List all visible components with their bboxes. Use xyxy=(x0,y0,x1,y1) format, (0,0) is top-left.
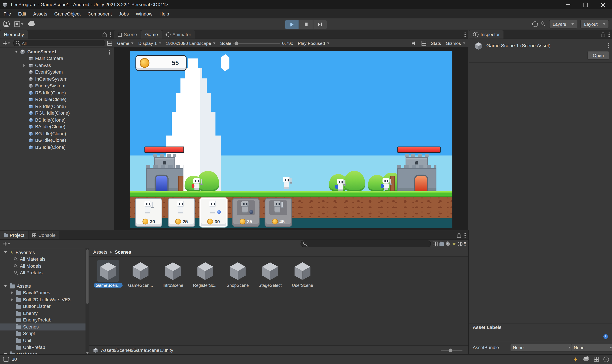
menu-component[interactable]: Component xyxy=(84,9,115,18)
asset-item[interactable]: GameScen... xyxy=(126,260,155,288)
mute-audio-icon[interactable] xyxy=(412,41,417,46)
close-button[interactable] xyxy=(594,0,612,9)
hierarchy-item[interactable]: BG Idle(Clone) xyxy=(0,130,114,137)
asset-item[interactable]: RegisterSc... xyxy=(190,260,220,288)
hierarchy-item[interactable]: Canvas xyxy=(0,62,114,69)
hierarchy-item[interactable]: EventSystem xyxy=(0,69,114,76)
tab-scene[interactable]: Scene xyxy=(114,30,141,39)
hidden-packages-count[interactable]: 5 xyxy=(458,241,466,247)
menu-file[interactable]: File xyxy=(0,9,14,18)
cloud-services-icon[interactable] xyxy=(28,22,35,26)
asset-item[interactable]: ShopScene xyxy=(223,260,252,288)
menu-edit[interactable]: Edit xyxy=(14,9,29,18)
foldout-collapsed-icon[interactable] xyxy=(11,298,13,301)
progress-status-icon[interactable] xyxy=(603,357,609,362)
foldout-collapsed-icon[interactable] xyxy=(23,64,25,67)
foldout-collapsed-icon[interactable] xyxy=(11,291,13,295)
favorites-header[interactable]: ★Favorites xyxy=(0,249,89,256)
cache-status-icon[interactable] xyxy=(594,357,599,362)
pause-button[interactable] xyxy=(299,20,313,29)
breadcrumb-current[interactable]: Scenes xyxy=(115,249,131,255)
game-target-dropdown[interactable]: Game xyxy=(117,41,134,46)
scrollbar-thumb[interactable] xyxy=(86,249,88,304)
hierarchy-item[interactable]: BA Idle(Clone) xyxy=(0,123,114,130)
open-button[interactable]: Open xyxy=(587,51,609,60)
layout-dropdown[interactable]: Layout xyxy=(581,20,609,28)
hierarchy-item[interactable]: RGU Idle(Clone) xyxy=(0,110,114,117)
favorite-item[interactable]: All Prefabs xyxy=(0,270,89,276)
hierarchy-scene-row[interactable]: GameScene1 xyxy=(0,48,114,55)
scroll-down-icon[interactable] xyxy=(86,352,89,354)
unit-card[interactable]: 25 xyxy=(168,198,195,227)
panel-menu-icon[interactable] xyxy=(110,32,111,33)
stats-button[interactable]: Stats xyxy=(431,41,441,46)
asset-item[interactable]: StageSelect xyxy=(255,260,285,288)
hierarchy-item[interactable]: EnemySystem xyxy=(0,82,114,89)
account-icon[interactable] xyxy=(3,21,10,27)
folder-row[interactable]: Unit xyxy=(0,337,89,344)
label-tag-icon[interactable] xyxy=(602,334,609,340)
display-dropdown[interactable]: Display 1 xyxy=(138,41,161,46)
folder-row[interactable]: BayatGames xyxy=(0,289,89,296)
hierarchy-item[interactable]: BS Idle(Clone) xyxy=(0,117,114,123)
foldout-expanded-icon[interactable] xyxy=(4,251,7,253)
hierarchy-item[interactable]: RS Idle(Clone) xyxy=(0,103,114,110)
save-search-icon[interactable]: ★ xyxy=(452,242,456,246)
hierarchy-search-input[interactable]: All xyxy=(13,40,105,46)
tab-project[interactable]: Project xyxy=(0,231,28,239)
hierarchy-item[interactable]: RG Idle(Clone) xyxy=(0,96,114,103)
vsync-grid-icon[interactable] xyxy=(422,41,426,46)
layers-dropdown[interactable]: Layers xyxy=(549,20,578,28)
folder-row[interactable]: ButtonListner xyxy=(0,303,89,310)
search-icon[interactable] xyxy=(541,22,546,26)
folder-row-selected[interactable]: Scenes xyxy=(0,323,89,330)
cloud-status-icon[interactable] xyxy=(583,358,589,361)
favorite-item[interactable]: All Materials xyxy=(0,256,89,263)
breadcrumb-root[interactable]: Assets xyxy=(93,249,107,255)
lock-icon[interactable] xyxy=(601,34,605,37)
menu-assets[interactable]: Assets xyxy=(29,9,51,18)
foldout-expanded-icon[interactable] xyxy=(15,51,18,53)
tab-inspector[interactable]: Inspector xyxy=(469,30,504,39)
unit-card[interactable]: 30 xyxy=(200,198,227,227)
game-screen[interactable]: 55 30 25 30 35 xyxy=(130,51,452,228)
unit-card[interactable]: 30 xyxy=(135,198,162,227)
menu-help[interactable]: Help xyxy=(156,9,173,18)
menu-jobs[interactable]: Jobs xyxy=(115,9,132,18)
search-by-type-icon[interactable] xyxy=(433,242,438,246)
gizmos-dropdown[interactable]: Gizmos xyxy=(446,41,465,46)
hierarchy-item[interactable]: RS Idle(Clone) xyxy=(0,89,114,96)
version-control-button[interactable] xyxy=(13,20,25,28)
header-menu-icon[interactable] xyxy=(608,43,610,44)
scale-slider[interactable] xyxy=(233,43,280,44)
scene-menu-icon[interactable] xyxy=(109,50,110,51)
scene-visibility-icon[interactable] xyxy=(107,41,112,46)
hierarchy-item[interactable]: Main Camera xyxy=(0,55,114,62)
hierarchy-add-button[interactable] xyxy=(2,40,11,46)
favorite-item[interactable]: All Models xyxy=(0,263,89,269)
assetbundle-variant-dropdown[interactable]: None xyxy=(571,344,612,352)
unit-card[interactable]: 45 xyxy=(265,198,292,227)
tab-hierarchy[interactable]: Hierarchy xyxy=(0,30,28,39)
step-button[interactable] xyxy=(313,20,327,29)
zoom-slider-knob[interactable] xyxy=(449,349,452,352)
scale-slider-knob[interactable] xyxy=(235,41,239,45)
search-by-label-icon[interactable] xyxy=(445,241,451,247)
search-in-packages-icon[interactable] xyxy=(440,242,444,246)
play-button[interactable] xyxy=(285,20,299,29)
foldout-expanded-icon[interactable] xyxy=(4,285,7,287)
tab-game[interactable]: Game xyxy=(141,30,162,39)
project-search-input[interactable] xyxy=(301,240,431,247)
tree-scrollbar[interactable] xyxy=(85,248,89,355)
hierarchy-item[interactable]: BG Idle(Clone) xyxy=(0,137,114,144)
menu-gameobject[interactable]: GameObject xyxy=(51,9,84,18)
folder-row[interactable]: UnitPrefab xyxy=(0,344,89,351)
lock-icon[interactable] xyxy=(457,234,461,238)
asset-item[interactable]: IntroScene xyxy=(158,260,188,288)
maximize-button[interactable] xyxy=(577,0,595,9)
assets-root-row[interactable]: Assets xyxy=(0,283,89,289)
asset-item[interactable]: GameScen... xyxy=(93,260,123,288)
panel-menu-icon[interactable] xyxy=(464,32,466,33)
hierarchy-item[interactable]: InGameSystem xyxy=(0,76,114,82)
folder-row[interactable]: Script xyxy=(0,330,89,337)
